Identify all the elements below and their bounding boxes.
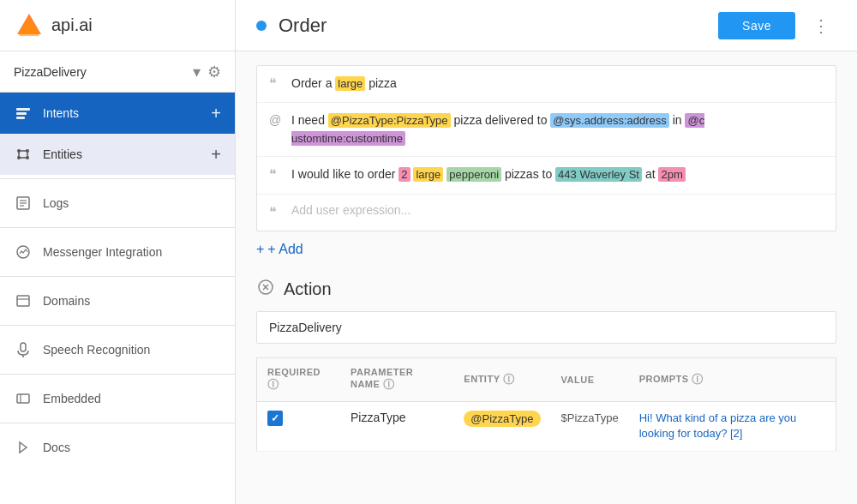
action-icon [256, 278, 275, 301]
sidebar-item-embedded-label: Embedded [43, 392, 221, 405]
svg-rect-3 [16, 112, 27, 115]
intents-icon [14, 104, 33, 123]
sidebar-item-speech[interactable]: Speech Recognition [0, 329, 235, 370]
tag-address-3[interactable]: 443 Waverley St [555, 167, 642, 182]
prompts-text[interactable]: Hi! What kind of a pizza are you looking… [639, 411, 797, 440]
value-cell: $PizzaType [551, 402, 629, 451]
quote-icon-3: ❝ [269, 165, 283, 184]
nav-divider-2 [0, 227, 235, 228]
expression-row-1: ❝ Order a large pizza [257, 66, 836, 103]
expressions-box: ❝ Order a large pizza @ I need @PizzaTyp… [256, 65, 836, 231]
logo-text: api.ai [51, 15, 93, 35]
sidebar-item-logs[interactable]: Logs [0, 183, 235, 224]
intents-add-icon[interactable]: + [211, 104, 221, 123]
logs-icon [14, 194, 33, 213]
expression-text-1: Order a large pizza [291, 75, 824, 93]
save-button[interactable]: Save [718, 12, 795, 39]
expression-row-3: ❝ I would like to order 2 large pepperon… [257, 157, 836, 194]
th-name: PARAMETER NAME ⓘ [340, 358, 453, 402]
th-prompts: PROMPTS ⓘ [629, 358, 836, 402]
entity-help-icon[interactable]: ⓘ [503, 373, 515, 386]
content-area: ❝ Order a large pizza @ I need @PizzaTyp… [236, 51, 857, 504]
nav-divider-3 [0, 276, 235, 277]
required-help-icon[interactable]: ⓘ [267, 378, 279, 391]
speech-icon [14, 340, 33, 359]
project-row[interactable]: PizzaDelivery ▾ ⚙ [0, 51, 235, 93]
sidebar: api.ai PizzaDelivery ▾ ⚙ Intents + En [0, 0, 236, 504]
sidebar-header: api.ai [0, 0, 235, 51]
prompts-help-icon[interactable]: ⓘ [692, 373, 704, 386]
param-name-cell: PizzaType [340, 402, 453, 451]
sidebar-item-entities[interactable]: Entities + [0, 134, 235, 175]
main-header: Order Save ⋮ [236, 0, 857, 51]
at-icon: @ [269, 111, 283, 129]
expression-placeholder[interactable]: Add user expression... [291, 203, 411, 217]
logo-icon [14, 10, 45, 41]
th-value: VALUE [551, 358, 629, 402]
add-expression-button[interactable]: + + Add [256, 235, 307, 264]
sidebar-item-speech-label: Speech Recognition [43, 343, 221, 357]
table-row: PizzaType @PizzaType $PizzaType Hi! What… [257, 402, 836, 451]
expression-row-add[interactable]: ❝ Add user expression... [257, 195, 836, 231]
action-section-title: Action [284, 279, 332, 299]
param-name: PizzaType [351, 411, 406, 424]
project-dropdown-icon[interactable]: ▾ [193, 63, 201, 81]
entity-cell: @PizzaType [453, 402, 550, 451]
quote-icon-1: ❝ [269, 75, 283, 93]
svg-rect-18 [17, 296, 29, 306]
tag-num[interactable]: 2 [399, 167, 410, 182]
sidebar-item-intents-label: Intents [43, 106, 211, 120]
name-help-icon[interactable]: ⓘ [383, 378, 395, 391]
svg-rect-20 [21, 343, 26, 351]
sidebar-item-intents[interactable]: Intents + [0, 93, 235, 134]
action-input[interactable] [256, 311, 836, 344]
sidebar-item-domains[interactable]: Domains [0, 280, 235, 321]
more-options-button[interactable]: ⋮ [806, 12, 836, 39]
th-required: REQUIRED ⓘ [257, 358, 340, 402]
required-checkbox[interactable] [267, 411, 283, 426]
nav-divider-5 [0, 374, 235, 375]
entities-icon [14, 145, 33, 164]
add-icon: + [256, 242, 264, 257]
project-name: PizzaDelivery [14, 65, 193, 79]
prompts-cell: Hi! What kind of a pizza are you looking… [629, 402, 836, 451]
action-section-header: Action [256, 278, 836, 301]
svg-rect-2 [16, 108, 30, 111]
tag-large-3[interactable]: large [413, 167, 443, 182]
expression-text-3: I would like to order 2 large pepperoni … [291, 165, 824, 183]
main-content: Order Save ⋮ ❝ Order a large pizza @ I n… [236, 0, 857, 504]
svg-rect-22 [17, 394, 29, 403]
sidebar-item-entities-label: Entities [43, 147, 211, 161]
required-cell [257, 402, 340, 451]
sidebar-item-messenger[interactable]: Messenger Integration [0, 231, 235, 273]
tag-pepperoni[interactable]: pepperoni [446, 167, 501, 182]
project-settings-icon[interactable]: ⚙ [207, 63, 221, 81]
tag-large-1[interactable]: large [335, 76, 365, 91]
sidebar-item-embedded[interactable]: Embedded [0, 378, 235, 419]
svg-marker-24 [20, 442, 27, 453]
nav-divider-6 [0, 423, 235, 423]
entities-add-icon[interactable]: + [211, 145, 221, 165]
expression-text-2: I need @PizzaType:PizzaType pizza delive… [291, 111, 824, 147]
page-title: Order [279, 15, 718, 37]
tag-2pm[interactable]: 2pm [658, 167, 685, 182]
embedded-icon [14, 389, 33, 408]
sidebar-item-docs-label: Docs [43, 441, 221, 454]
th-entity: ENTITY ⓘ [453, 358, 550, 402]
nav-divider-1 [0, 178, 235, 179]
entity-tag[interactable]: @PizzaType [464, 411, 540, 427]
quote-icon-add: ❝ [269, 203, 283, 222]
nav-divider-4 [0, 325, 235, 326]
table-header-row: REQUIRED ⓘ PARAMETER NAME ⓘ ENTITY ⓘ VAL… [257, 358, 836, 402]
parameters-table: REQUIRED ⓘ PARAMETER NAME ⓘ ENTITY ⓘ VAL… [256, 357, 836, 451]
svg-rect-4 [16, 117, 25, 119]
sidebar-item-messenger-label: Messenger Integration [43, 245, 221, 259]
tag-address[interactable]: @sys.address:address [550, 113, 668, 128]
status-dot [256, 21, 267, 31]
sidebar-item-docs[interactable]: Docs [0, 427, 235, 468]
domains-icon [14, 291, 33, 310]
expression-row-2: @ I need @PizzaType:PizzaType pizza deli… [257, 103, 836, 157]
tag-pizzatype[interactable]: @PizzaType:PizzaType [328, 113, 451, 128]
add-label: + Add [267, 242, 303, 257]
sidebar-item-logs-label: Logs [43, 196, 221, 210]
